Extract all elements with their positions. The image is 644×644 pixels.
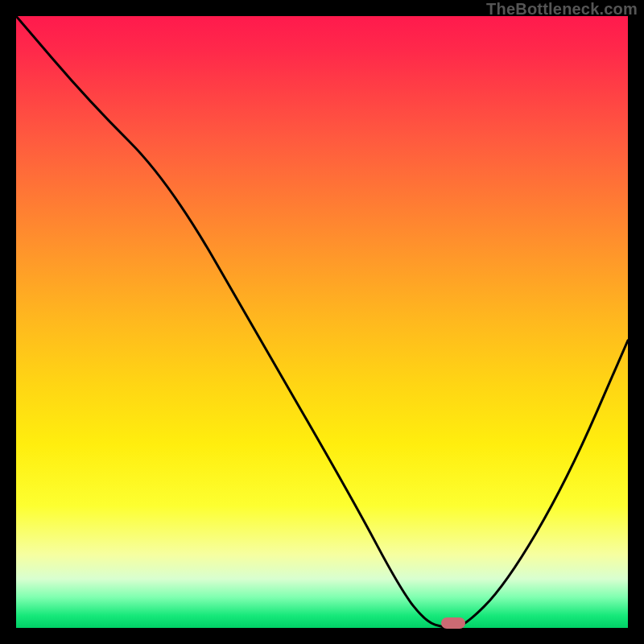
chart-frame: [16, 16, 628, 628]
curve-path: [16, 16, 628, 628]
bottleneck-curve: [16, 16, 628, 628]
optimum-marker: [441, 617, 465, 629]
watermark-text: TheBottleneck.com: [486, 0, 638, 19]
